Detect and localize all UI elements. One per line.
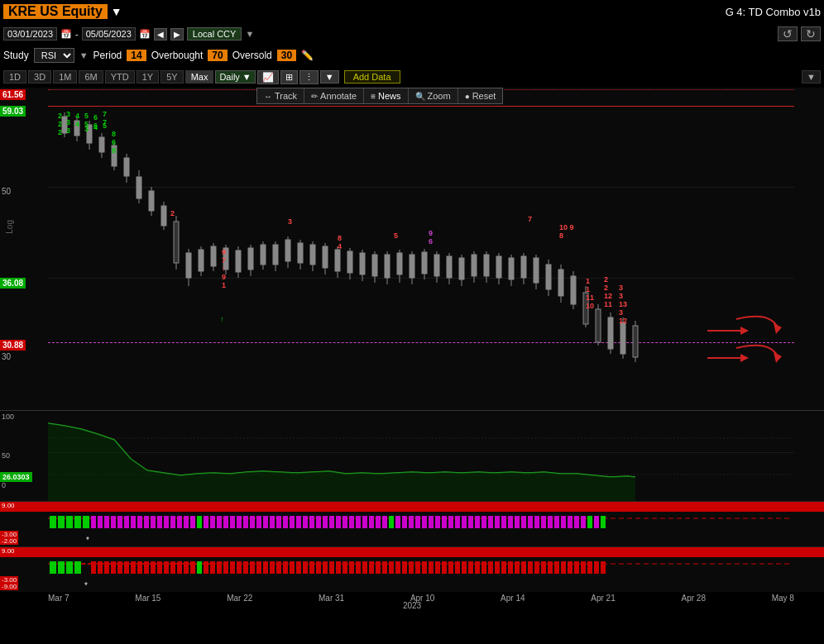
period-value: 14 [127,50,146,61]
svg-rect-15 [149,191,154,211]
svg-rect-59 [422,252,427,274]
svg-rect-210 [190,561,195,574]
svg-rect-244 [415,561,420,574]
td-num-3: 44 [75,112,79,129]
svg-rect-164 [448,516,453,528]
svg-rect-174 [515,516,520,528]
undo-button[interactable]: ↺ [778,26,798,41]
svg-rect-35 [273,245,278,265]
svg-rect-185 [587,516,592,528]
tf-6m[interactable]: 6M [79,70,103,83]
svg-rect-53 [385,255,390,278]
ind2-bars: * [48,557,794,592]
tf-3d[interactable]: 3D [28,70,51,83]
svg-rect-258 [508,561,513,574]
svg-rect-11 [124,158,129,176]
price-50: 50 [2,187,11,196]
currency-button[interactable]: Local CCY [187,27,242,41]
td-num-9m: 96 [429,230,433,246]
svg-rect-247 [435,561,440,574]
svg-rect-93 [633,326,638,357]
svg-rect-45 [335,250,340,271]
add-data-button[interactable]: Add Data [344,70,400,83]
tf-1y[interactable]: 1Y [137,70,159,83]
tf-5y[interactable]: 5Y [160,70,183,83]
svg-rect-238 [376,561,381,574]
news-button[interactable]: ≡ News [364,88,408,103]
svg-rect-128 [210,516,215,528]
price-36: 36.08 [0,278,26,289]
tf-ytd[interactable]: YTD [105,70,135,83]
td-num-8m: 84 [338,235,342,251]
svg-rect-218 [243,561,248,574]
svg-rect-271 [594,561,599,574]
annotate-button[interactable]: ✏ Annotate [304,88,364,103]
svg-rect-19 [174,222,179,263]
svg-rect-148 [343,516,347,528]
td-right-1: 111110 [586,278,594,311]
svg-text:*: * [84,581,88,590]
svg-rect-234 [349,561,354,574]
study-select[interactable]: RSI [34,48,74,63]
reset-button[interactable]: ● Reset [458,88,503,103]
ind2-minus9-label: -9.00 [0,583,18,590]
svg-rect-192 [74,561,81,574]
date-start[interactable]: 03/01/2023 [3,27,57,41]
chart-type-bar[interactable]: ⊞ [280,70,298,84]
chart-canvas[interactable]: 222 333 44 55 66 3 4 5 77 868 2 97↑91 ↑ … [48,88,794,410]
chart-type-options[interactable]: ⋮ [299,70,319,84]
svg-rect-264 [548,561,553,574]
svg-rect-105 [58,516,65,528]
svg-rect-115 [124,516,129,528]
y-axis-left: 61.56 59.03 50 36.08 30.88 30 Log [0,88,48,410]
chart-type-line[interactable]: 📈 [257,70,279,84]
tf-1m[interactable]: 1M [53,70,77,83]
tf-1d[interactable]: 1D [3,70,26,83]
svg-rect-23 [199,250,204,271]
svg-rect-141 [296,516,301,528]
svg-rect-253 [475,561,480,574]
date-prev-button[interactable]: ◀ [154,28,167,41]
svg-rect-167 [468,516,473,528]
redo-button[interactable]: ↻ [801,26,821,41]
svg-rect-145 [323,516,328,528]
svg-rect-63 [447,256,452,278]
svg-rect-255 [488,561,493,574]
svg-rect-126 [197,516,202,528]
svg-rect-249 [448,561,453,574]
date-next-button[interactable]: ▶ [170,28,184,41]
timeframe-bar: 1D 3D 1M 6M YTD 1Y 5Y Max Daily ▼ 📈 ⊞ ⋮ … [0,66,824,88]
svg-rect-265 [554,561,559,574]
svg-rect-77 [534,258,539,283]
date-end[interactable]: 05/05/2023 [82,27,136,41]
tf-max[interactable]: Max [185,70,214,83]
track-button[interactable]: ↔ Track [257,88,304,103]
daily-button[interactable]: Daily ▼ [215,70,255,83]
td-num-8: 868 [112,131,116,155]
svg-marker-98 [774,323,782,334]
td-num-3b: 3 [84,126,89,134]
svg-rect-132 [237,516,242,528]
svg-rect-239 [382,561,387,574]
zoom-button[interactable]: 🔍 Zoom [409,88,458,103]
svg-rect-196 [98,561,103,574]
toolbar-overlay: ↔ Track ✏ Annotate ≡ News 🔍 Zoom ● Reset [256,88,503,104]
svg-rect-198 [111,561,116,574]
header-menu-icon[interactable]: ▼ [111,5,122,18]
svg-rect-171 [495,516,500,528]
svg-rect-175 [521,516,526,528]
svg-rect-215 [223,561,228,574]
chart-settings-button[interactable]: ▼ [802,70,821,83]
svg-marker-99 [774,352,782,363]
edit-icon[interactable]: ✏️ [301,50,314,61]
svg-rect-206 [164,561,169,574]
study-bar: Study RSI ▼ Period 14 Overbought 70 Over… [0,45,824,66]
x-year: 2023 [0,601,824,610]
td-right-3: 3313312 [619,284,627,325]
chart-type-dropdown[interactable]: ▼ [320,70,339,83]
td-num-2r: 2 [170,210,175,218]
ind1-9-label: 9.00 [0,502,17,509]
td-num-green-arr: ↑ [220,316,224,324]
rsi-50-label: 50 [2,451,10,460]
rsi-100-label: 100 [2,413,14,421]
